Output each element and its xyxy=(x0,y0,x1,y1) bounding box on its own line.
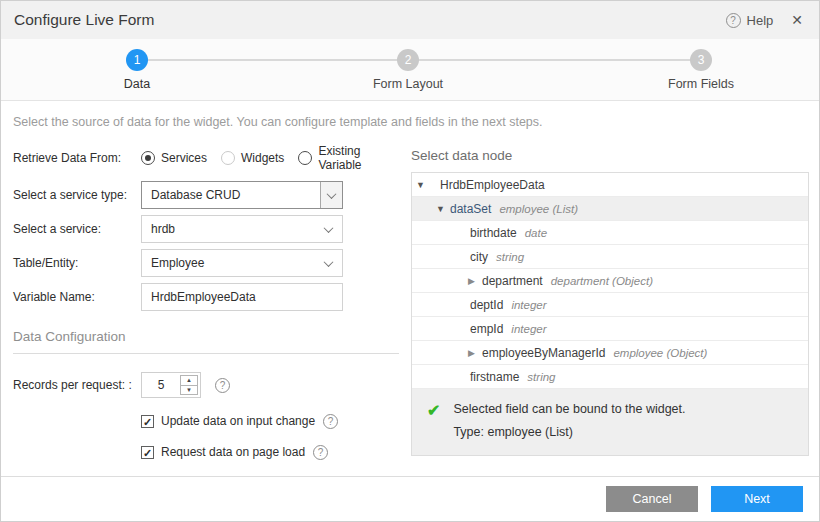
step-form-layout[interactable]: 2Form Layout xyxy=(338,49,478,91)
tree-node-name: city xyxy=(470,250,488,264)
tree-node-type: integer xyxy=(511,323,546,335)
step-data[interactable]: 1Data xyxy=(67,49,207,91)
step-number-badge: 2 xyxy=(397,49,419,71)
retrieve-data-from-label: Retrieve Data From: xyxy=(13,151,141,165)
variable-name-input[interactable]: HrdbEmployeeData xyxy=(141,283,343,311)
binding-info-line1: Selected field can be bound to the widge… xyxy=(453,398,685,421)
radio-existing-variable[interactable]: Existing Variable xyxy=(298,144,385,172)
radio-label: Widgets xyxy=(241,151,284,165)
data-node-panel: Select data node ▼HrdbEmployeeData▼dataS… xyxy=(411,145,809,460)
dialog-header: Configure Live Form ? Help ✕ xyxy=(1,1,819,39)
tree-node-type: department (Object) xyxy=(551,275,653,287)
dropdown-arrow-button[interactable] xyxy=(320,182,342,208)
records-help-icon[interactable]: ? xyxy=(215,378,230,393)
select-a-service-label: Select a service: xyxy=(13,222,141,236)
select-a-service-type-dropdown[interactable]: Database CRUD xyxy=(141,181,343,209)
step-form-fields[interactable]: 3Form Fields xyxy=(631,49,771,91)
radio-label: Services xyxy=(161,151,207,165)
tree-node-name: department xyxy=(482,274,543,288)
field-row-select-a-service-type: Select a service type:Database CRUD xyxy=(13,181,399,209)
tree-node-name: HrdbEmployeeData xyxy=(440,178,545,192)
field-row-table-entity: Table/Entity:Employee xyxy=(13,249,399,277)
tree-node-name: dataSet xyxy=(450,202,491,216)
radio-circle-icon[interactable] xyxy=(221,151,235,165)
data-config-checkboxes: ✓Update data on input change?✓Request da… xyxy=(13,413,399,460)
header-actions: ? Help ✕ xyxy=(726,12,803,28)
dialog-footer: Cancel Next xyxy=(1,476,819,521)
checkbox-row-request-data-on-page-load: ✓Request data on page load? xyxy=(141,444,399,460)
records-per-request-row: Records per request: : 5 ▲ ▼ ? xyxy=(13,372,399,398)
variable-name-label: Variable Name: xyxy=(13,290,141,304)
spinner-up-icon[interactable]: ▲ xyxy=(181,376,197,386)
field-row-select-a-service: Select a service:hrdb xyxy=(13,215,399,243)
chevron-down-icon xyxy=(324,257,334,267)
expand-right-icon[interactable]: ▶ xyxy=(468,276,482,286)
tree-node-firstname[interactable]: firstnamestring xyxy=(412,365,808,389)
success-check-icon: ✔ xyxy=(427,401,440,444)
spinner-down-icon[interactable]: ▼ xyxy=(181,386,197,395)
configure-live-form-dialog: Configure Live Form ? Help ✕ 1Data2Form … xyxy=(0,0,820,522)
step-number-badge: 1 xyxy=(126,49,148,71)
expand-down-icon[interactable]: ▼ xyxy=(436,204,450,214)
spinner-buttons: ▲ ▼ xyxy=(180,375,198,395)
tree-node-dataset[interactable]: ▼dataSetemployee (List) xyxy=(412,197,808,221)
step-label: Form Fields xyxy=(631,77,771,91)
close-icon[interactable]: ✕ xyxy=(791,12,803,28)
tree-node-birthdate[interactable]: birthdatedate xyxy=(412,221,808,245)
retrieve-data-from-row: Retrieve Data From: ServicesWidgetsExist… xyxy=(13,149,399,167)
checkbox-help-icon[interactable]: ? xyxy=(323,414,338,429)
tree-node-type: employee (Object) xyxy=(613,347,707,359)
dropdown-value: Database CRUD xyxy=(142,188,240,202)
data-source-form: Retrieve Data From: ServicesWidgetsExist… xyxy=(13,145,399,460)
step-label: Form Layout xyxy=(338,77,478,91)
chevron-down-icon xyxy=(324,223,334,233)
radio-widgets[interactable]: Widgets xyxy=(221,151,284,165)
table-entity-label: Table/Entity: xyxy=(13,256,141,270)
intro-text: Select the source of data for the widget… xyxy=(1,101,819,129)
tree-node-hrdbemployeedata[interactable]: ▼HrdbEmployeeData xyxy=(412,173,808,197)
select-data-node-title: Select data node xyxy=(411,148,809,163)
chevron-down-icon xyxy=(327,189,337,199)
checkbox-help-icon[interactable]: ? xyxy=(313,445,328,460)
table-entity-dropdown[interactable]: Employee xyxy=(141,249,343,277)
expand-down-icon[interactable]: ▼ xyxy=(416,180,440,190)
tree-node-department[interactable]: ▶departmentdepartment (Object) xyxy=(412,269,808,293)
checkbox-label: Update data on input change xyxy=(161,414,315,428)
checkbox-request-data-on-page-load[interactable]: ✓ xyxy=(141,446,154,459)
binding-info-panel: ✔Selected field can be bound to the widg… xyxy=(412,389,808,455)
tree-node-type: date xyxy=(525,227,547,239)
tree-node-employeebymanagerid[interactable]: ▶employeeByManagerIdemployee (Object) xyxy=(412,341,808,365)
radio-services[interactable]: Services xyxy=(141,151,207,165)
radio-circle-icon[interactable] xyxy=(141,151,155,165)
tree-node-deptid[interactable]: deptIdinteger xyxy=(412,293,808,317)
input-value: HrdbEmployeeData xyxy=(142,290,256,304)
records-per-request-stepper[interactable]: 5 ▲ ▼ xyxy=(141,372,201,398)
checkbox-label: Request data on page load xyxy=(161,445,305,459)
expand-right-icon[interactable]: ▶ xyxy=(468,348,482,358)
dialog-title: Configure Live Form xyxy=(14,11,154,29)
tree-node-type: employee (List) xyxy=(499,203,578,215)
select-a-service-dropdown[interactable]: hrdb xyxy=(141,215,343,243)
records-per-request-value[interactable]: 5 xyxy=(142,378,180,392)
dropdown-value: hrdb xyxy=(142,222,175,236)
cancel-button[interactable]: Cancel xyxy=(606,486,698,512)
next-button[interactable]: Next xyxy=(711,486,803,512)
tree-node-empid[interactable]: empIdinteger xyxy=(412,317,808,341)
radio-label: Existing Variable xyxy=(318,144,385,172)
binding-info-line2: Type: employee (List) xyxy=(453,421,685,444)
data-node-tree: ▼HrdbEmployeeData▼dataSetemployee (List)… xyxy=(411,172,809,456)
data-configuration-title: Data Configuration xyxy=(13,329,399,344)
tree-node-name: employeeByManagerId xyxy=(482,346,605,360)
radio-circle-icon[interactable] xyxy=(298,151,312,165)
field-row-variable-name: Variable Name:HrdbEmployeeData xyxy=(13,283,399,311)
binding-info-text: Selected field can be bound to the widge… xyxy=(453,398,685,444)
tree-node-name: firstname xyxy=(470,370,519,384)
help-link[interactable]: Help xyxy=(747,13,774,28)
help-icon[interactable]: ? xyxy=(726,13,741,28)
select-a-service-type-label: Select a service type: xyxy=(13,188,141,202)
checkbox-update-data-on-input-change[interactable]: ✓ xyxy=(141,415,154,428)
section-divider xyxy=(13,353,399,354)
tree-node-city[interactable]: citystring xyxy=(412,245,808,269)
checkbox-row-update-data-on-input-change: ✓Update data on input change? xyxy=(141,413,399,429)
dropdown-value: Employee xyxy=(142,256,204,270)
